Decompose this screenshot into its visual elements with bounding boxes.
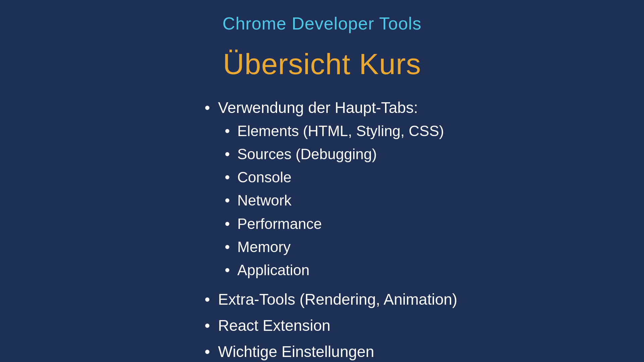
sub-item-console: Console	[225, 168, 444, 187]
list-item-extra-tools: Extra-Tools (Rendering, Animation)	[205, 290, 506, 310]
sub-item-application: Application	[225, 260, 444, 280]
main-title: Übersicht Kurs	[223, 47, 421, 81]
extra-tools-label: Extra-Tools (Rendering, Animation)	[218, 290, 457, 310]
list-item-react-extension: React Extension	[205, 316, 506, 336]
react-extension-label: React Extension	[218, 316, 330, 336]
sub-item-memory: Memory	[225, 237, 444, 256]
list-item-haupt-tabs: Verwendung der Haupt-Tabs: Elements (HTM…	[205, 98, 506, 284]
content-area: Verwendung der Haupt-Tabs: Elements (HTM…	[138, 98, 506, 362]
haupt-tabs-label: Verwendung der Haupt-Tabs:	[218, 99, 418, 116]
sub-item-sources: Sources (Debugging)	[225, 144, 444, 164]
sub-item-performance: Performance	[225, 214, 444, 233]
sub-item-network-label: Network	[237, 191, 291, 210]
sub-bullet-list: Elements (HTML, Styling, CSS) Sources (D…	[225, 121, 444, 280]
list-item-einstellungen: Wichtige Einstellungen	[205, 342, 506, 362]
sub-item-network: Network	[225, 191, 444, 210]
sub-item-elements: Elements (HTML, Styling, CSS)	[225, 121, 444, 140]
slide-container: Chrome Developer Tools Übersicht Kurs Ve…	[0, 0, 644, 362]
sub-item-console-label: Console	[237, 168, 291, 187]
top-title: Chrome Developer Tools	[222, 13, 421, 34]
main-bullet-list: Verwendung der Haupt-Tabs: Elements (HTM…	[205, 98, 506, 362]
sub-item-memory-label: Memory	[237, 237, 291, 256]
sub-item-performance-label: Performance	[237, 214, 322, 233]
sub-item-sources-label: Sources (Debugging)	[237, 144, 377, 164]
sub-item-elements-label: Elements (HTML, Styling, CSS)	[237, 121, 444, 140]
sub-item-application-label: Application	[237, 260, 310, 280]
einstellungen-label: Wichtige Einstellungen	[218, 342, 374, 362]
